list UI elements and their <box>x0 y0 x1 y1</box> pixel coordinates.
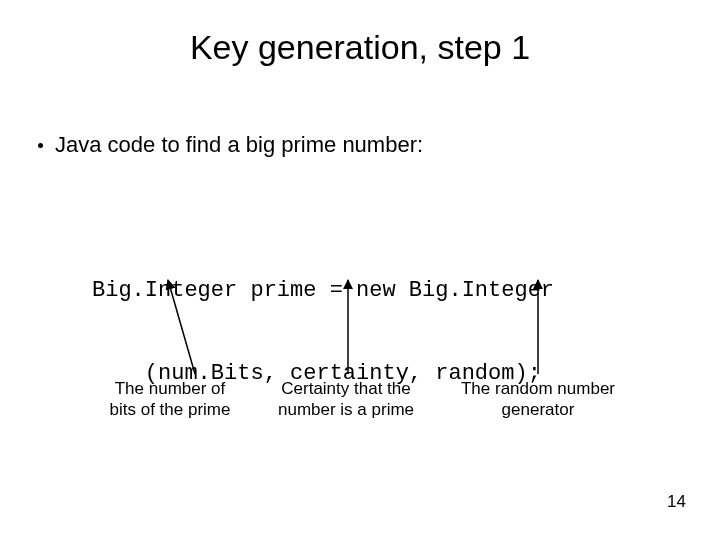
annotation-certainty: Certainty that thenumber is a prime <box>266 378 426 421</box>
annotation-random: The random numbergenerator <box>448 378 628 421</box>
annotation-bits: The number ofbits of the prime <box>100 378 240 421</box>
page-number: 14 <box>667 492 686 512</box>
bullet-text: Java code to find a big prime number: <box>55 132 423 158</box>
bullet-dot-icon <box>38 143 43 148</box>
bullet-item: Java code to find a big prime number: <box>38 132 423 158</box>
page-title: Key generation, step 1 <box>0 0 720 67</box>
code-line-1: Big.Integer prime = new Big.Integer <box>92 277 554 305</box>
